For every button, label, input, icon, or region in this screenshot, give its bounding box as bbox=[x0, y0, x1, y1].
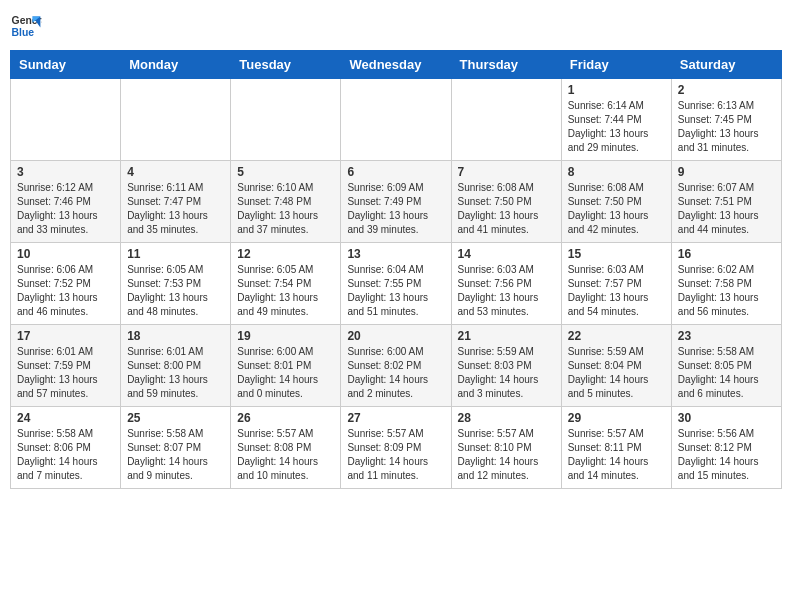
calendar-cell: 15Sunrise: 6:03 AM Sunset: 7:57 PM Dayli… bbox=[561, 243, 671, 325]
calendar-cell: 9Sunrise: 6:07 AM Sunset: 7:51 PM Daylig… bbox=[671, 161, 781, 243]
cell-text: Sunrise: 6:00 AM Sunset: 8:02 PM Dayligh… bbox=[347, 345, 444, 401]
calendar-cell: 29Sunrise: 5:57 AM Sunset: 8:11 PM Dayli… bbox=[561, 407, 671, 489]
cell-text: Sunrise: 6:03 AM Sunset: 7:57 PM Dayligh… bbox=[568, 263, 665, 319]
calendar-cell: 14Sunrise: 6:03 AM Sunset: 7:56 PM Dayli… bbox=[451, 243, 561, 325]
day-number: 10 bbox=[17, 247, 114, 261]
cell-text: Sunrise: 6:01 AM Sunset: 7:59 PM Dayligh… bbox=[17, 345, 114, 401]
calendar-cell: 4Sunrise: 6:11 AM Sunset: 7:47 PM Daylig… bbox=[121, 161, 231, 243]
logo-icon: General Blue bbox=[10, 10, 42, 42]
day-number: 16 bbox=[678, 247, 775, 261]
cell-text: Sunrise: 5:57 AM Sunset: 8:10 PM Dayligh… bbox=[458, 427, 555, 483]
cell-text: Sunrise: 6:06 AM Sunset: 7:52 PM Dayligh… bbox=[17, 263, 114, 319]
day-number: 6 bbox=[347, 165, 444, 179]
cell-text: Sunrise: 6:10 AM Sunset: 7:48 PM Dayligh… bbox=[237, 181, 334, 237]
cell-text: Sunrise: 6:12 AM Sunset: 7:46 PM Dayligh… bbox=[17, 181, 114, 237]
day-number: 18 bbox=[127, 329, 224, 343]
svg-text:Blue: Blue bbox=[12, 27, 35, 38]
cell-text: Sunrise: 6:11 AM Sunset: 7:47 PM Dayligh… bbox=[127, 181, 224, 237]
cell-text: Sunrise: 5:59 AM Sunset: 8:03 PM Dayligh… bbox=[458, 345, 555, 401]
page-header: General Blue bbox=[10, 10, 782, 42]
calendar-cell: 3Sunrise: 6:12 AM Sunset: 7:46 PM Daylig… bbox=[11, 161, 121, 243]
calendar-cell: 23Sunrise: 5:58 AM Sunset: 8:05 PM Dayli… bbox=[671, 325, 781, 407]
calendar-cell: 8Sunrise: 6:08 AM Sunset: 7:50 PM Daylig… bbox=[561, 161, 671, 243]
calendar-cell bbox=[231, 79, 341, 161]
calendar-cell: 20Sunrise: 6:00 AM Sunset: 8:02 PM Dayli… bbox=[341, 325, 451, 407]
weekday-header: Wednesday bbox=[341, 51, 451, 79]
calendar-cell: 2Sunrise: 6:13 AM Sunset: 7:45 PM Daylig… bbox=[671, 79, 781, 161]
cell-text: Sunrise: 6:08 AM Sunset: 7:50 PM Dayligh… bbox=[458, 181, 555, 237]
cell-text: Sunrise: 6:05 AM Sunset: 7:54 PM Dayligh… bbox=[237, 263, 334, 319]
weekday-header: Friday bbox=[561, 51, 671, 79]
day-number: 1 bbox=[568, 83, 665, 97]
calendar-cell: 17Sunrise: 6:01 AM Sunset: 7:59 PM Dayli… bbox=[11, 325, 121, 407]
calendar-cell: 6Sunrise: 6:09 AM Sunset: 7:49 PM Daylig… bbox=[341, 161, 451, 243]
calendar-cell: 5Sunrise: 6:10 AM Sunset: 7:48 PM Daylig… bbox=[231, 161, 341, 243]
weekday-header: Monday bbox=[121, 51, 231, 79]
day-number: 4 bbox=[127, 165, 224, 179]
cell-text: Sunrise: 6:03 AM Sunset: 7:56 PM Dayligh… bbox=[458, 263, 555, 319]
day-number: 30 bbox=[678, 411, 775, 425]
day-number: 24 bbox=[17, 411, 114, 425]
day-number: 26 bbox=[237, 411, 334, 425]
calendar-week-row: 10Sunrise: 6:06 AM Sunset: 7:52 PM Dayli… bbox=[11, 243, 782, 325]
day-number: 19 bbox=[237, 329, 334, 343]
calendar-cell bbox=[341, 79, 451, 161]
calendar-cell: 10Sunrise: 6:06 AM Sunset: 7:52 PM Dayli… bbox=[11, 243, 121, 325]
calendar-cell: 26Sunrise: 5:57 AM Sunset: 8:08 PM Dayli… bbox=[231, 407, 341, 489]
day-number: 8 bbox=[568, 165, 665, 179]
cell-text: Sunrise: 6:01 AM Sunset: 8:00 PM Dayligh… bbox=[127, 345, 224, 401]
calendar-cell: 13Sunrise: 6:04 AM Sunset: 7:55 PM Dayli… bbox=[341, 243, 451, 325]
calendar-cell: 24Sunrise: 5:58 AM Sunset: 8:06 PM Dayli… bbox=[11, 407, 121, 489]
calendar-cell: 28Sunrise: 5:57 AM Sunset: 8:10 PM Dayli… bbox=[451, 407, 561, 489]
calendar-cell: 7Sunrise: 6:08 AM Sunset: 7:50 PM Daylig… bbox=[451, 161, 561, 243]
cell-text: Sunrise: 6:02 AM Sunset: 7:58 PM Dayligh… bbox=[678, 263, 775, 319]
cell-text: Sunrise: 5:59 AM Sunset: 8:04 PM Dayligh… bbox=[568, 345, 665, 401]
calendar-week-row: 17Sunrise: 6:01 AM Sunset: 7:59 PM Dayli… bbox=[11, 325, 782, 407]
day-number: 7 bbox=[458, 165, 555, 179]
day-number: 11 bbox=[127, 247, 224, 261]
calendar-cell bbox=[11, 79, 121, 161]
calendar-week-row: 3Sunrise: 6:12 AM Sunset: 7:46 PM Daylig… bbox=[11, 161, 782, 243]
calendar-week-row: 24Sunrise: 5:58 AM Sunset: 8:06 PM Dayli… bbox=[11, 407, 782, 489]
cell-text: Sunrise: 6:09 AM Sunset: 7:49 PM Dayligh… bbox=[347, 181, 444, 237]
calendar-cell: 16Sunrise: 6:02 AM Sunset: 7:58 PM Dayli… bbox=[671, 243, 781, 325]
day-number: 23 bbox=[678, 329, 775, 343]
day-number: 27 bbox=[347, 411, 444, 425]
weekday-header: Tuesday bbox=[231, 51, 341, 79]
calendar-table: SundayMondayTuesdayWednesdayThursdayFrid… bbox=[10, 50, 782, 489]
cell-text: Sunrise: 6:04 AM Sunset: 7:55 PM Dayligh… bbox=[347, 263, 444, 319]
calendar-week-row: 1Sunrise: 6:14 AM Sunset: 7:44 PM Daylig… bbox=[11, 79, 782, 161]
logo: General Blue bbox=[10, 10, 42, 42]
calendar-cell: 22Sunrise: 5:59 AM Sunset: 8:04 PM Dayli… bbox=[561, 325, 671, 407]
calendar-cell: 18Sunrise: 6:01 AM Sunset: 8:00 PM Dayli… bbox=[121, 325, 231, 407]
day-number: 12 bbox=[237, 247, 334, 261]
cell-text: Sunrise: 6:05 AM Sunset: 7:53 PM Dayligh… bbox=[127, 263, 224, 319]
day-number: 29 bbox=[568, 411, 665, 425]
day-number: 14 bbox=[458, 247, 555, 261]
day-number: 17 bbox=[17, 329, 114, 343]
cell-text: Sunrise: 5:57 AM Sunset: 8:11 PM Dayligh… bbox=[568, 427, 665, 483]
cell-text: Sunrise: 5:57 AM Sunset: 8:09 PM Dayligh… bbox=[347, 427, 444, 483]
day-number: 9 bbox=[678, 165, 775, 179]
cell-text: Sunrise: 5:56 AM Sunset: 8:12 PM Dayligh… bbox=[678, 427, 775, 483]
calendar-cell: 27Sunrise: 5:57 AM Sunset: 8:09 PM Dayli… bbox=[341, 407, 451, 489]
calendar-cell bbox=[451, 79, 561, 161]
cell-text: Sunrise: 6:14 AM Sunset: 7:44 PM Dayligh… bbox=[568, 99, 665, 155]
cell-text: Sunrise: 5:57 AM Sunset: 8:08 PM Dayligh… bbox=[237, 427, 334, 483]
day-number: 3 bbox=[17, 165, 114, 179]
weekday-header: Sunday bbox=[11, 51, 121, 79]
calendar-cell: 21Sunrise: 5:59 AM Sunset: 8:03 PM Dayli… bbox=[451, 325, 561, 407]
day-number: 13 bbox=[347, 247, 444, 261]
cell-text: Sunrise: 5:58 AM Sunset: 8:06 PM Dayligh… bbox=[17, 427, 114, 483]
day-number: 20 bbox=[347, 329, 444, 343]
cell-text: Sunrise: 6:07 AM Sunset: 7:51 PM Dayligh… bbox=[678, 181, 775, 237]
weekday-header: Saturday bbox=[671, 51, 781, 79]
day-number: 22 bbox=[568, 329, 665, 343]
calendar-cell: 12Sunrise: 6:05 AM Sunset: 7:54 PM Dayli… bbox=[231, 243, 341, 325]
day-number: 21 bbox=[458, 329, 555, 343]
calendar-cell bbox=[121, 79, 231, 161]
calendar-cell: 11Sunrise: 6:05 AM Sunset: 7:53 PM Dayli… bbox=[121, 243, 231, 325]
calendar-cell: 25Sunrise: 5:58 AM Sunset: 8:07 PM Dayli… bbox=[121, 407, 231, 489]
day-number: 28 bbox=[458, 411, 555, 425]
cell-text: Sunrise: 5:58 AM Sunset: 8:05 PM Dayligh… bbox=[678, 345, 775, 401]
